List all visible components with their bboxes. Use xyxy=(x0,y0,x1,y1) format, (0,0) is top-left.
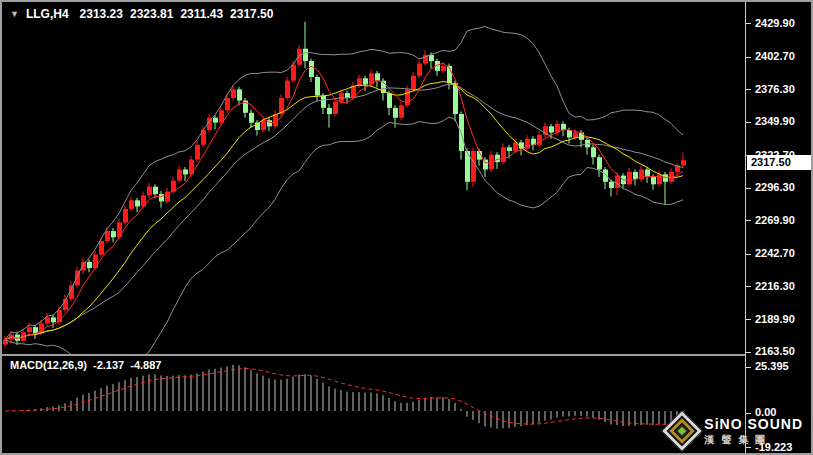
axis-tick-mark xyxy=(746,286,751,287)
axis-tick-label: 2349.90 xyxy=(755,115,795,127)
axis-tick-mark xyxy=(746,57,751,58)
axis-tick-mark xyxy=(746,254,751,255)
axis-tick-label: 0.00 xyxy=(755,406,776,418)
axis-tick-mark xyxy=(746,89,751,90)
axis-tick-mark xyxy=(746,188,751,189)
axis-tick-mark xyxy=(746,23,751,24)
macd-main-value: -2.137 xyxy=(93,359,124,371)
axis-tick-mark xyxy=(746,367,751,368)
axis-tick-label: 2376.30 xyxy=(755,83,795,95)
ohlc-close-value: 2317.50 xyxy=(230,7,273,21)
axis-tick-mark xyxy=(746,220,751,221)
axis-tick-mark xyxy=(746,413,751,414)
axis-tick-mark xyxy=(746,122,751,123)
symbol-timeframe-label: LLG,H4 xyxy=(26,7,69,21)
ohlc-high-value: 2323.81 xyxy=(130,7,173,21)
chart-window: ▼ LLG,H4 2313.23 2323.81 2311.43 2317.50… xyxy=(0,0,813,455)
chart-header: ▼ LLG,H4 2313.23 2323.81 2311.43 2317.50 xyxy=(10,7,273,21)
main-chart-pane: ▼ LLG,H4 2313.23 2323.81 2311.43 2317.50 xyxy=(2,2,745,354)
ohlc-low-value: 2311.43 xyxy=(180,7,223,21)
axis-tick-label: 2189.90 xyxy=(755,313,795,325)
candlestick-chart[interactable] xyxy=(2,2,745,354)
axis-tick-label: -19.223 xyxy=(755,441,792,453)
axis-tick-mark xyxy=(746,352,751,353)
diamond-logo-icon xyxy=(663,411,703,451)
macd-name: MACD(12,26,9) xyxy=(10,359,87,371)
macd-indicator-label: MACD(12,26,9) -2.137 -4.887 xyxy=(10,359,161,371)
macd-pane: MACD(12,26,9) -2.137 -4.887 xyxy=(2,356,745,453)
ohlc-open-value: 2313.23 xyxy=(80,7,123,21)
axis-tick-mark xyxy=(746,319,751,320)
symbol-dropdown-icon[interactable]: ▼ xyxy=(10,9,19,19)
axis-tick-label: 2296.30 xyxy=(755,181,795,193)
axis-tick-label: 2242.70 xyxy=(755,247,795,259)
axis-tick-mark xyxy=(746,447,751,448)
axis-tick-label: 2216.30 xyxy=(755,280,795,292)
macd-signal-value: -4.887 xyxy=(130,359,161,371)
axis-tick-label: 25.395 xyxy=(755,360,789,372)
axis-tick-label: 2402.70 xyxy=(755,50,795,62)
axis-tick-label: 2163.50 xyxy=(755,345,795,357)
price-axis[interactable]: 2317.50 2429.902402.702376.302349.902322… xyxy=(745,2,813,453)
axis-tick-label: 2269.90 xyxy=(755,214,795,226)
axis-tick-label: 2429.90 xyxy=(755,17,795,29)
current-price-box: 2317.50 xyxy=(747,155,813,170)
